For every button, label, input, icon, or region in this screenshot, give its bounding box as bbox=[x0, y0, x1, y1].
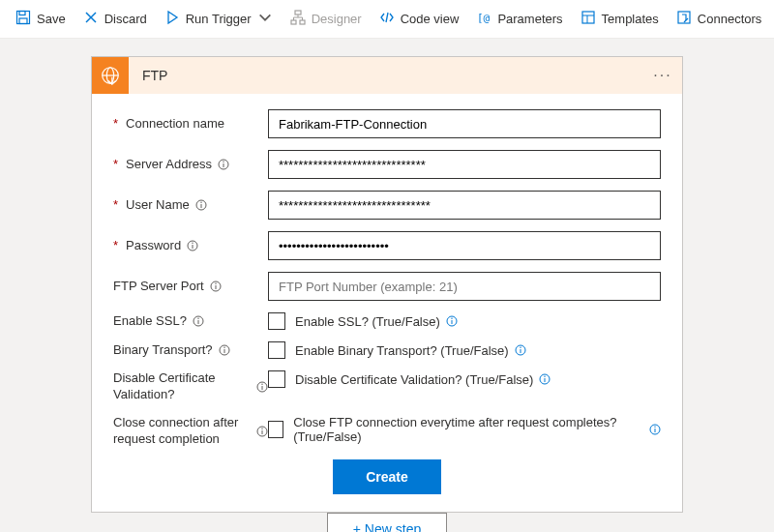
binary-chk-label: Enable Binary Transport? (True/False) bbox=[295, 343, 526, 358]
svg-rect-1 bbox=[19, 12, 25, 15]
connectors-button[interactable]: Connectors bbox=[669, 6, 769, 32]
svg-rect-8 bbox=[300, 20, 305, 24]
connection-name-input[interactable] bbox=[268, 109, 661, 138]
svg-point-37 bbox=[197, 318, 198, 319]
info-icon[interactable] bbox=[649, 424, 661, 435]
password-input[interactable] bbox=[268, 231, 661, 260]
label-port: FTP Server Port bbox=[113, 279, 268, 295]
command-bar: Save Discard Run Trigger Designer Code v… bbox=[0, 0, 774, 39]
connectors-icon bbox=[676, 10, 692, 28]
svg-line-13 bbox=[386, 13, 388, 22]
svg-point-46 bbox=[520, 347, 521, 348]
svg-point-58 bbox=[654, 426, 655, 427]
label-user-name: *User Name bbox=[113, 197, 268, 214]
close-conn-checkbox[interactable] bbox=[268, 421, 283, 438]
parameters-button[interactable]: [@] Parameters bbox=[468, 6, 570, 32]
label-disable-cert: Disable Certificate Validation? bbox=[113, 370, 268, 403]
server-address-input[interactable] bbox=[268, 150, 661, 179]
label-binary: Binary Transport? bbox=[113, 342, 268, 359]
enable-ssl-checkbox[interactable] bbox=[268, 312, 285, 330]
svg-text:[@]: [@] bbox=[477, 12, 491, 24]
close-conn-chk-label: Close FTP connection everytime after req… bbox=[293, 415, 661, 444]
info-icon[interactable] bbox=[210, 281, 222, 292]
save-icon bbox=[15, 10, 31, 28]
play-icon bbox=[164, 10, 180, 28]
svg-point-43 bbox=[223, 347, 224, 348]
parameters-icon: [@] bbox=[476, 10, 491, 28]
ftp-icon bbox=[92, 57, 129, 94]
info-icon[interactable] bbox=[256, 426, 268, 437]
info-icon[interactable] bbox=[187, 240, 198, 251]
create-button[interactable]: Create bbox=[333, 459, 441, 494]
svg-point-52 bbox=[545, 376, 546, 377]
info-icon[interactable] bbox=[193, 315, 204, 327]
disable-cert-checkbox[interactable] bbox=[268, 370, 285, 388]
info-icon[interactable] bbox=[219, 344, 230, 356]
code-icon bbox=[379, 10, 395, 28]
svg-point-31 bbox=[192, 243, 193, 244]
run-trigger-button[interactable]: Run Trigger bbox=[157, 6, 281, 32]
label-connection-name: *Connection name bbox=[113, 116, 268, 133]
svg-point-34 bbox=[215, 283, 216, 284]
card-title: FTP bbox=[129, 68, 643, 83]
info-icon[interactable] bbox=[539, 373, 551, 385]
svg-point-55 bbox=[261, 428, 262, 429]
svg-rect-2 bbox=[19, 18, 27, 24]
new-step-button[interactable]: + New step bbox=[327, 513, 447, 532]
designer-icon bbox=[290, 10, 306, 28]
code-view-button[interactable]: Code view bbox=[372, 6, 467, 32]
ftp-action-card: FTP ··· *Connection name *Server Address… bbox=[91, 56, 683, 513]
svg-rect-6 bbox=[295, 11, 301, 15]
templates-button[interactable]: Templates bbox=[573, 6, 667, 32]
card-header[interactable]: FTP ··· bbox=[92, 57, 682, 94]
svg-point-25 bbox=[223, 162, 223, 163]
label-server-address: *Server Address bbox=[113, 157, 268, 173]
chevron-down-icon bbox=[257, 10, 273, 28]
info-icon[interactable] bbox=[446, 315, 458, 327]
designer-button: Designer bbox=[283, 6, 370, 32]
svg-point-49 bbox=[261, 383, 262, 384]
svg-point-28 bbox=[200, 202, 201, 203]
svg-marker-5 bbox=[168, 12, 177, 23]
discard-button[interactable]: Discard bbox=[75, 6, 155, 32]
templates-icon bbox=[580, 10, 596, 28]
user-name-input[interactable] bbox=[268, 191, 661, 220]
info-icon[interactable] bbox=[256, 381, 268, 393]
binary-checkbox[interactable] bbox=[268, 341, 285, 359]
card-body: *Connection name *Server Address *User N… bbox=[92, 94, 682, 512]
card-more-button[interactable]: ··· bbox=[643, 67, 682, 84]
port-input[interactable] bbox=[268, 272, 661, 301]
label-password: *Password bbox=[113, 238, 268, 254]
svg-rect-15 bbox=[582, 12, 594, 23]
info-icon[interactable] bbox=[515, 344, 526, 356]
disable-cert-chk-label: Disable Certificate Validation? (True/Fa… bbox=[295, 372, 551, 387]
label-enable-ssl: Enable SSL? bbox=[113, 313, 268, 330]
label-close-conn: Close connection after request completio… bbox=[113, 415, 268, 448]
x-icon bbox=[83, 10, 99, 28]
designer-canvas: FTP ··· *Connection name *Server Address… bbox=[0, 39, 774, 532]
svg-rect-7 bbox=[291, 20, 296, 24]
enable-ssl-chk-label: Enable SSL? (True/False) bbox=[295, 314, 458, 329]
svg-point-40 bbox=[451, 318, 452, 319]
save-button[interactable]: Save bbox=[8, 6, 74, 32]
info-icon[interactable] bbox=[218, 159, 229, 170]
info-icon[interactable] bbox=[195, 199, 207, 211]
